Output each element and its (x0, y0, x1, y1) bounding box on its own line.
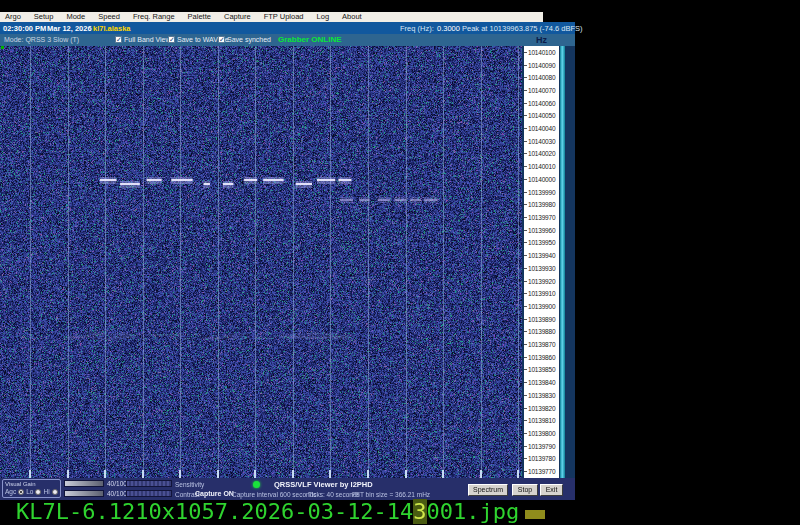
menu-item[interactable]: Mode (66, 12, 85, 22)
info-bar: 02:30:00 PM Mar 12, 2026 kl7l.alaska Fre… (0, 22, 575, 34)
frequency-tick-label: 10140100 (524, 46, 559, 59)
capture-led-icon (253, 481, 260, 488)
radio-lo[interactable] (35, 489, 41, 495)
frequency-tick-label: 10139930 (524, 262, 559, 275)
frequency-tick-label: 10140060 (524, 97, 559, 110)
exit-button[interactable]: Exit (540, 484, 563, 496)
checkbox-icon[interactable]: ✓ (218, 36, 225, 43)
capture-interval-label: Capture interval 600 seconds (232, 491, 317, 498)
menu-item[interactable]: Log (317, 12, 330, 22)
frequency-tick-label: 10139970 (524, 211, 559, 224)
spectrogram-canvas[interactable] (0, 46, 522, 478)
menu-item[interactable]: Speed (98, 12, 120, 22)
frequency-tick-label: 10139950 (524, 237, 559, 250)
frequency-tick-label: 10140030 (524, 135, 559, 148)
spectrum-button[interactable]: Spectrum (468, 484, 508, 496)
filename-suffix: 001.jpg (427, 499, 520, 524)
status-bar: Visual Gain Agc Lo Hi 40/100 40/100 Sens… (0, 478, 575, 500)
axis-unit-label: Hz (536, 35, 547, 45)
frequency-tick-label: 10139780 (524, 453, 559, 466)
sensitivity-slider[interactable] (126, 480, 172, 487)
filename-prefix: KL7L-6.1210x1057.2026-03-12-14 (16, 499, 413, 524)
frequency-tick-label: 10139900 (524, 300, 559, 313)
checkbox-icon[interactable]: ✓ (168, 36, 175, 43)
capture-filename: KL7L-6.1210x1057.2026-03-12-143001.jpg (16, 501, 545, 523)
radio-agc[interactable] (18, 489, 24, 495)
frequency-tick-label: 10139980 (524, 198, 559, 211)
frequency-tick-label: 10139800 (524, 427, 559, 440)
argo-window: Argo Setup Mode Speed Freq. Range Palett… (0, 12, 575, 500)
frequency-tick-label: 10139880 (524, 325, 559, 338)
frequency-tick-label: 10139920 (524, 275, 559, 288)
frequency-tick-label: 10139910 (524, 287, 559, 300)
frequency-axis-labels: 1014010010140090101400801014007010140060… (524, 46, 559, 478)
frequency-tick-label: 10139840 (524, 376, 559, 389)
frequency-tick-label: 10140070 (524, 84, 559, 97)
checkbox-label: Save synched (227, 36, 271, 43)
frequency-scrollbar[interactable] (560, 46, 565, 478)
menu-item[interactable]: Capture (224, 12, 251, 22)
frequency-tick-label: 10140090 (524, 59, 559, 72)
fft-bin-label: FFT bin size = 366.21 mHz (352, 491, 430, 498)
filename-cursor-char: 3 (413, 499, 426, 524)
mode-label: Mode: QRSS 3 Slow (T) (4, 36, 79, 43)
frequency-axis: 1014010010140090101400801014007010140060… (524, 46, 559, 478)
sensitivity-gain-meter (64, 480, 104, 487)
frequency-tick-label: 10139890 (524, 313, 559, 326)
frequency-tick-label: 10139770 (524, 465, 559, 478)
frequency-tick-label: 10139940 (524, 249, 559, 262)
menu-item[interactable]: Setup (34, 12, 54, 22)
checkbox-full-band-view[interactable]: ✓ Full Band View (115, 36, 171, 43)
frequency-tick-label: 10140010 (524, 160, 559, 173)
clock: 02:30:00 PM (3, 24, 46, 33)
menu-item[interactable]: About (342, 12, 362, 22)
freq-readout-label: Freq (Hz): (400, 24, 434, 33)
mode-bar: Mode: QRSS 3 Slow (T) ✓ Full Band View ✓… (0, 34, 575, 46)
grabber-status: Grabber ONLINE (278, 35, 342, 44)
date: Mar 12, 2026 (47, 24, 92, 33)
contrast-slider[interactable] (126, 490, 172, 497)
capture-state: Capture ON (195, 490, 234, 497)
checkbox-icon[interactable]: ✓ (115, 36, 122, 43)
frequency-tick-label: 10139810 (524, 414, 559, 427)
frequency-tick-label: 10139860 (524, 351, 559, 364)
menu-item[interactable]: Palette (188, 12, 211, 22)
stop-button[interactable]: Stop (512, 484, 538, 496)
radio-hi[interactable] (52, 489, 58, 495)
menu-bar: Argo Setup Mode Speed Freq. Range Palett… (0, 12, 543, 22)
frequency-tick-label: 10140040 (524, 122, 559, 135)
frequency-tick-label: 10139820 (524, 402, 559, 415)
frequency-tick-label: 10140000 (524, 173, 559, 186)
frequency-tick-label: 10140050 (524, 110, 559, 123)
callsign: kl7l.alaska (93, 24, 131, 33)
frequency-tick-label: 10139870 (524, 338, 559, 351)
visual-gain-group: Visual Gain Agc Lo Hi (2, 479, 61, 498)
text-cursor-block (525, 510, 545, 519)
peak-readout: Peak at 10139963.875 (-74.6 dBFS) (462, 24, 583, 33)
frequency-tick-label: 10139830 (524, 389, 559, 402)
menu-item[interactable]: Argo (5, 12, 21, 22)
visual-gain-title: Visual Gain (5, 481, 58, 487)
checkbox-save-synched[interactable]: ✓ Save synched (218, 36, 271, 43)
sensitivity-value: 40/100 (107, 480, 127, 487)
radio-label-hi: Hi (43, 488, 49, 495)
frequency-tick-label: 10139990 (524, 186, 559, 199)
contrast-gain-meter (64, 490, 104, 497)
frequency-tick-label: 10139850 (524, 364, 559, 377)
app-title: QRSS/VLF Viewer by I2PHD (274, 480, 373, 489)
frequency-tick-label: 10139960 (524, 224, 559, 237)
radio-label-agc: Agc (5, 488, 16, 495)
frequency-tick-label: 10139790 (524, 440, 559, 453)
frequency-tick-label: 10140020 (524, 148, 559, 161)
screen: Argo Setup Mode Speed Freq. Range Palett… (0, 0, 800, 525)
freq-readout-value: 0.3000 (437, 24, 460, 33)
menu-item[interactable]: FTP Upload (264, 12, 304, 22)
radio-label-lo: Lo (26, 488, 33, 495)
checkbox-label: Full Band View (124, 36, 171, 43)
contrast-value: 40/100 (107, 490, 127, 497)
sensitivity-label: Sensitivity (175, 481, 204, 488)
spectrogram-area: 1014010010140090101400801014007010140060… (0, 46, 575, 478)
menu-item[interactable]: Freq. Range (133, 12, 175, 22)
frequency-tick-label: 10140080 (524, 71, 559, 84)
